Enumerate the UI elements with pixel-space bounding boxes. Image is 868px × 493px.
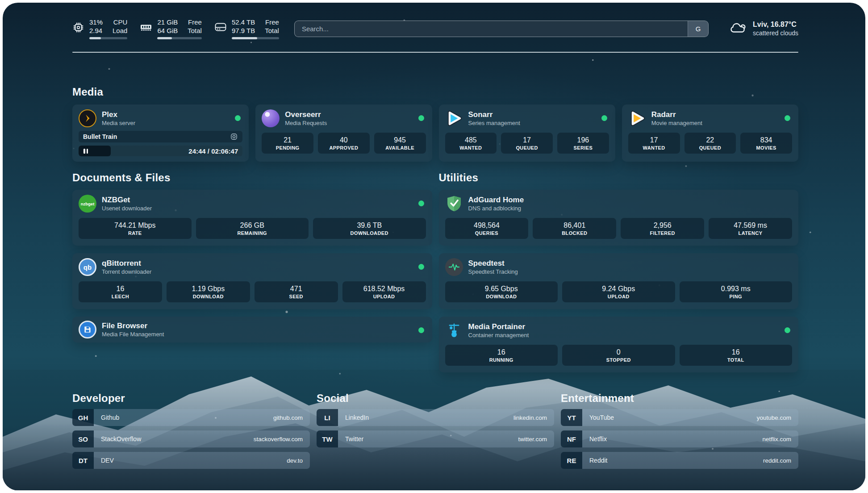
bookmark-youtube[interactable]: YT YouTube youtube.com	[561, 409, 798, 426]
radarr-header: Radarr Movie management	[628, 109, 792, 127]
card-plex[interactable]: Plex Media server Bullet Train	[72, 104, 249, 162]
bookmark-abbr: YT	[561, 409, 582, 426]
tile-value: 17	[630, 136, 678, 144]
sonarr-header: Sonarr Series management	[445, 109, 609, 127]
bookmark-url: linkedin.com	[513, 414, 547, 421]
stat-tile: 471 SEED	[255, 281, 338, 302]
radarr-status-dot	[785, 115, 790, 121]
cpu-stat-text: 31% CPU 2.94 Load	[89, 18, 127, 39]
memory-stat-text: 21 GiB Free 64 GiB Total	[157, 18, 202, 39]
overseerr-subtitle: Media Requests	[285, 120, 327, 127]
bookmark-twitter[interactable]: TW Twitter twitter.com	[317, 430, 554, 447]
tile-label: FILTERED	[622, 230, 702, 236]
search-engine-button[interactable]: G	[688, 21, 708, 37]
tile-value: 86,401	[534, 221, 614, 230]
stat-tile: 16 RUNNING	[445, 345, 558, 366]
card-overseerr[interactable]: Overseerr Media Requests 21 PENDING 40 A…	[255, 104, 432, 162]
filebrowser-title: File Browser	[102, 322, 164, 330]
weather-widget[interactable]: Lviv, 16.87°C scattered clouds	[729, 21, 798, 37]
bookmark-body: LinkedIn linkedin.com	[338, 409, 554, 426]
card-filebrowser[interactable]: File Browser Media File Management	[72, 317, 432, 343]
overseerr-titles: Overseerr Media Requests	[285, 110, 327, 127]
bookmarks-area: Developer GH Github github.com SO StackO…	[72, 392, 798, 469]
memory-stat: 21 GiB Free 64 GiB Total	[140, 18, 202, 39]
card-radarr[interactable]: Radarr Movie management 17 WANTED 22 QUE…	[622, 104, 798, 162]
card-speedtest[interactable]: Speedtest Speedtest Tracking 9.65 Gbps D…	[439, 253, 799, 309]
tile-label: DOWNLOAD	[168, 294, 248, 299]
tile-label: RATE	[80, 230, 190, 236]
tile-value: 0.993 ms	[681, 285, 791, 293]
tile-label: PING	[681, 294, 791, 299]
qbittorrent-subtitle: Torrent downloader	[102, 268, 151, 276]
search-input[interactable]	[295, 21, 688, 37]
card-nzbget[interactable]: nzbget NZBGet Usenet downloader 744.21 M…	[72, 190, 432, 246]
overseerr-icon	[262, 109, 280, 127]
sonarr-stats: 485 WANTED 17 QUEUED 196 SERIES	[445, 133, 609, 154]
adguard-title: AdGuard Home	[468, 196, 524, 205]
tile-label: STOPPED	[564, 357, 673, 363]
bookmark-url: github.com	[273, 414, 303, 421]
filebrowser-titles: File Browser Media File Management	[102, 322, 164, 338]
tile-label: LATENCY	[710, 230, 790, 236]
portainer-subtitle: Container management	[468, 332, 529, 339]
sonarr-title: Sonarr	[468, 110, 520, 119]
cpu-stat: 31% CPU 2.94 Load	[72, 18, 127, 39]
card-adguard[interactable]: AdGuard Home DNS and adblocking 498,564 …	[439, 190, 799, 246]
nzbget-title: NZBGet	[102, 196, 152, 205]
tile-label: WANTED	[447, 145, 495, 150]
section-entertainment: Entertainment YT YouTube youtube.com NF …	[561, 392, 798, 469]
nzbget-icon-text: nzbget	[81, 201, 95, 206]
sonarr-titles: Sonarr Series management	[468, 110, 520, 127]
settings-icon[interactable]	[230, 133, 238, 141]
card-portainer[interactable]: Media Portainer Container management 16 …	[439, 317, 799, 372]
tile-value: 945	[376, 136, 424, 144]
bookmark-reddit[interactable]: RE Reddit reddit.com	[561, 452, 798, 469]
speedtest-title: Speedtest	[468, 259, 518, 268]
adguard-titles: AdGuard Home DNS and adblocking	[468, 196, 524, 212]
cpu-progress-bar	[89, 37, 127, 39]
bookmark-dev[interactable]: DT DEV dev.to	[72, 452, 310, 469]
storage-stat: 52.4 TB Free 97.9 TB Total	[214, 18, 279, 39]
section-documents: Documents & Files nzbget NZBGet Usenet d…	[72, 171, 432, 372]
tile-value: 9.24 Gbps	[564, 285, 673, 293]
stat-tile: 1.19 Gbps DOWNLOAD	[167, 281, 250, 302]
stat-tile: 22 QUEUED	[684, 133, 736, 154]
card-qbittorrent[interactable]: qb qBittorrent Torrent downloader 16 LEE…	[72, 253, 432, 309]
plex-progress-bar[interactable]: 24:44 / 02:06:47	[79, 146, 242, 156]
bookmark-url: reddit.com	[763, 457, 791, 464]
bookmark-github[interactable]: GH Github github.com	[72, 409, 310, 426]
developer-section-title: Developer	[72, 392, 310, 405]
bookmark-body: StackOverflow stackoverflow.com	[94, 430, 310, 447]
bookmark-netflix[interactable]: NF Netflix netflix.com	[561, 430, 798, 447]
plex-subtitle: Media server	[102, 120, 135, 127]
plex-title: Plex	[102, 110, 135, 119]
bookmark-name: Reddit	[589, 457, 607, 464]
pause-button[interactable]	[83, 149, 88, 154]
card-sonarr[interactable]: Sonarr Series management 485 WANTED 17 Q…	[439, 104, 615, 162]
stat-tile: 16 LEECH	[79, 281, 162, 302]
portainer-title: Media Portainer	[468, 322, 529, 331]
speedtest-icon	[445, 258, 463, 276]
tile-label: WANTED	[630, 145, 678, 150]
bookmark-linkedin[interactable]: LI LinkedIn linkedin.com	[317, 409, 554, 426]
cpu-load-value: 2.94	[89, 26, 103, 35]
ram-icon	[140, 21, 152, 33]
overseerr-header: Overseerr Media Requests	[262, 109, 426, 127]
adguard-header: AdGuard Home DNS and adblocking	[445, 195, 793, 213]
tile-value: 16	[80, 285, 160, 293]
bookmark-name: Github	[101, 414, 119, 421]
bookmark-abbr: DT	[72, 452, 94, 469]
speedtest-titles: Speedtest Speedtest Tracking	[468, 259, 518, 276]
section-developer: Developer GH Github github.com SO StackO…	[72, 392, 310, 469]
nzbget-subtitle: Usenet downloader	[102, 205, 152, 212]
bookmark-stackoverflow[interactable]: SO StackOverflow stackoverflow.com	[72, 430, 310, 447]
tile-label: PENDING	[263, 145, 312, 150]
tile-label: LEECH	[80, 294, 160, 299]
weather-text: Lviv, 16.87°C scattered clouds	[753, 21, 798, 37]
tile-label: MOVIES	[742, 145, 790, 150]
speedtest-header: Speedtest Speedtest Tracking	[445, 258, 793, 276]
nzbget-titles: NZBGet Usenet downloader	[102, 196, 152, 212]
tile-value: 1.19 Gbps	[168, 285, 248, 293]
radarr-titles: Radarr Movie management	[651, 110, 702, 127]
tile-value: 21	[263, 136, 312, 144]
